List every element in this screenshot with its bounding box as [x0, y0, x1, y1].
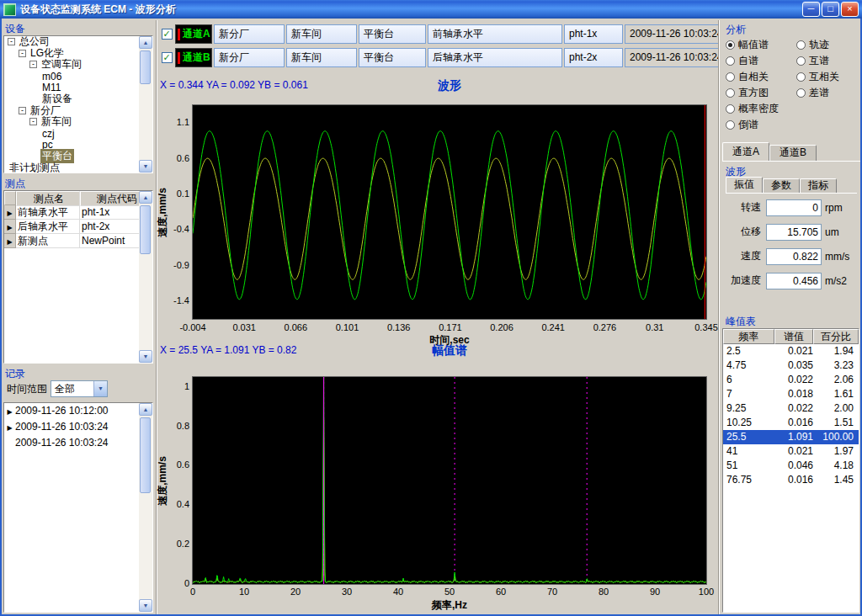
- scroll-track[interactable]: [139, 416, 152, 599]
- tree-expand-icon[interactable]: -: [19, 107, 26, 114]
- spectrum-chart[interactable]: [192, 376, 707, 585]
- scroll-track[interactable]: [139, 49, 152, 160]
- peak-row[interactable]: 41 0.021 1.97: [723, 444, 859, 459]
- scroll-up-arrow-icon[interactable]: ▲: [139, 191, 152, 204]
- tree-node[interactable]: m06: [4, 71, 152, 82]
- tree-expand-icon[interactable]: -: [19, 50, 26, 57]
- scroll-down-arrow-icon[interactable]: ▼: [139, 599, 152, 612]
- wave-value-tab[interactable]: 振值: [726, 177, 763, 193]
- dropdown-arrow-icon[interactable]: ▼: [93, 381, 107, 396]
- tree-expand-icon[interactable]: -: [29, 118, 37, 125]
- minimize-button-icon[interactable]: ─: [802, 2, 820, 17]
- tree-node[interactable]: pc: [4, 139, 152, 151]
- analysis-option[interactable]: 差谱: [796, 85, 857, 101]
- analysis-option[interactable]: 互谱: [796, 53, 857, 69]
- channel-checkbox[interactable]: ✓: [160, 24, 173, 44]
- peak-row[interactable]: 6 0.022 2.06: [723, 373, 859, 387]
- analysis-option[interactable]: 倒谱: [726, 117, 796, 133]
- points-header-name[interactable]: 测点名: [16, 191, 80, 206]
- scroll-thumb[interactable]: [140, 50, 151, 84]
- channel-label[interactable]: 通道B: [175, 48, 212, 67]
- channel-field[interactable]: 2009-11-26 10:03:24: [625, 48, 719, 67]
- measurement-value-field[interactable]: 0.822: [766, 248, 822, 265]
- tree-node[interactable]: 非计划测点: [4, 162, 152, 173]
- analysis-option[interactable]: 幅值谱: [726, 37, 796, 53]
- record-row[interactable]: ▶ 2009-11-26 10:12:00: [4, 403, 152, 419]
- peak-header-value[interactable]: 谱值: [774, 329, 813, 344]
- channel-field[interactable]: 前轴承水平: [428, 24, 562, 44]
- channel-field[interactable]: 新分厂: [214, 48, 285, 67]
- tree-expand-icon[interactable]: -: [29, 61, 37, 68]
- vertical-scrollbar[interactable]: ▲ ▼: [139, 36, 152, 173]
- channel-label[interactable]: 通道A: [175, 24, 212, 44]
- row-selector[interactable]: ▶: [4, 220, 16, 234]
- channel-tab[interactable]: 通道B: [769, 145, 817, 161]
- measurement-value-field[interactable]: 15.705: [766, 224, 822, 241]
- point-name: 前轴承水平: [16, 205, 80, 220]
- tree-node[interactable]: -总公司: [4, 36, 152, 48]
- tree-node[interactable]: -新车间: [4, 116, 152, 128]
- point-row[interactable]: ▶ 后轴承水平 pht-2x: [4, 220, 152, 234]
- record-row[interactable]: 2009-11-26 10:03:24: [4, 435, 152, 451]
- peak-row[interactable]: 9.25 0.022 2.00: [723, 401, 859, 416]
- peak-row[interactable]: 76.75 0.016 1.45: [723, 473, 859, 487]
- scroll-track[interactable]: [139, 204, 152, 350]
- channel-checkbox[interactable]: ✓: [160, 48, 173, 67]
- channel-field[interactable]: 新分厂: [214, 24, 285, 44]
- measurement-value-field[interactable]: 0.456: [766, 273, 822, 289]
- wave-value-tab[interactable]: 指标: [800, 178, 837, 193]
- peak-percent: 4.18: [813, 459, 859, 473]
- row-selector[interactable]: ▶: [4, 205, 16, 220]
- tree-node[interactable]: -新分厂: [4, 105, 152, 117]
- time-range-select[interactable]: 全部 ▼: [51, 380, 108, 397]
- channel-field[interactable]: pht-2x: [564, 48, 623, 67]
- channel-field[interactable]: 平衡台: [359, 24, 426, 44]
- waveform-chart[interactable]: [192, 104, 707, 320]
- analysis-option[interactable]: 轨迹: [796, 37, 857, 53]
- tree-node[interactable]: M11: [4, 82, 152, 93]
- tree-node[interactable]: czj: [4, 128, 152, 140]
- vertical-scrollbar[interactable]: ▲ ▼: [139, 191, 152, 363]
- peak-header-percent[interactable]: 百分比: [813, 329, 859, 344]
- row-selector[interactable]: ▶: [4, 234, 16, 248]
- channel-field[interactable]: pht-1x: [564, 24, 623, 44]
- channel-tab[interactable]: 通道A: [722, 142, 769, 161]
- channel-field[interactable]: 平衡台: [359, 48, 426, 67]
- analysis-option[interactable]: 直方图: [726, 85, 796, 101]
- tree-node[interactable]: 新设备: [4, 93, 152, 105]
- peak-row[interactable]: 51 0.046 4.18: [723, 459, 859, 473]
- channel-field-text: 2009-11-26 10:03:24: [630, 28, 719, 40]
- scroll-down-arrow-icon[interactable]: ▼: [139, 160, 152, 173]
- analysis-option[interactable]: 自谱: [726, 53, 796, 69]
- y-tick-label: 1: [152, 381, 189, 391]
- analysis-option[interactable]: 概率密度: [726, 101, 796, 117]
- channel-field[interactable]: 新车间: [286, 48, 357, 67]
- peak-row[interactable]: 2.5 0.021 1.94: [723, 344, 859, 358]
- measurement-value-field[interactable]: 0: [766, 199, 822, 216]
- analysis-option[interactable]: 互相关: [796, 69, 857, 85]
- point-row[interactable]: ▶ 前轴承水平 pht-1x: [4, 205, 152, 220]
- scroll-up-arrow-icon[interactable]: ▲: [139, 36, 152, 49]
- peak-row[interactable]: 10.25 0.016 1.51: [723, 416, 859, 430]
- tree-expand-icon[interactable]: -: [8, 38, 15, 45]
- x-tick-label: 10: [219, 587, 269, 597]
- scroll-up-arrow-icon[interactable]: ▲: [139, 403, 152, 416]
- channel-field[interactable]: 2009-11-26 10:03:24: [625, 24, 719, 44]
- tree-node[interactable]: -空调车间: [4, 59, 152, 71]
- wave-value-tab[interactable]: 参数: [763, 178, 800, 193]
- vertical-scrollbar[interactable]: ▲ ▼: [139, 403, 152, 612]
- peak-percent: 3.23: [813, 358, 859, 373]
- point-row[interactable]: ▶ 新测点 NewPoint: [4, 234, 152, 248]
- scroll-thumb[interactable]: [140, 205, 151, 254]
- channel-field[interactable]: 新车间: [286, 24, 357, 44]
- peak-row[interactable]: 7 0.018 1.61: [723, 387, 859, 401]
- peak-row[interactable]: 4.75 0.035 3.23: [723, 358, 859, 373]
- analysis-option[interactable]: 自相关: [726, 69, 796, 85]
- scroll-down-arrow-icon[interactable]: ▼: [139, 350, 152, 363]
- maximize-button-icon[interactable]: □: [822, 2, 839, 17]
- peak-row[interactable]: 25.5 1.091 100.00: [723, 430, 859, 444]
- record-row[interactable]: ▶ 2009-11-26 10:03:24: [4, 419, 152, 435]
- scroll-thumb[interactable]: [140, 417, 151, 493]
- channel-field[interactable]: 后轴承水平: [428, 48, 562, 67]
- close-button-icon[interactable]: ×: [841, 2, 859, 17]
